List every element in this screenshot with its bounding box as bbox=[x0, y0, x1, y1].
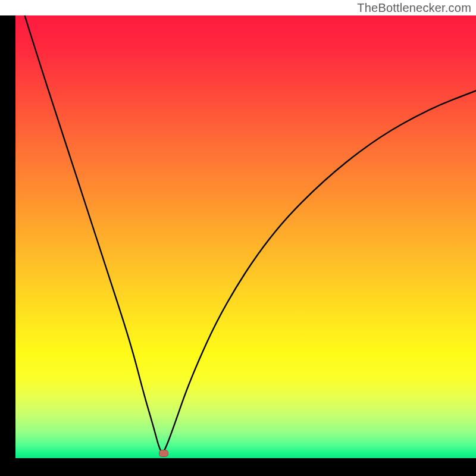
source-label: TheBottlenecker.com bbox=[357, 1, 471, 15]
bottom-axis-border bbox=[0, 458, 476, 476]
optimal-point-marker bbox=[159, 450, 168, 457]
chart-frame: TheBottlenecker.com bbox=[0, 0, 476, 476]
bottleneck-curve bbox=[24, 15, 476, 452]
curve-svg bbox=[15, 15, 476, 458]
plot-area bbox=[15, 15, 476, 458]
header-bar: TheBottlenecker.com bbox=[0, 0, 476, 15]
left-axis-border bbox=[0, 15, 15, 476]
